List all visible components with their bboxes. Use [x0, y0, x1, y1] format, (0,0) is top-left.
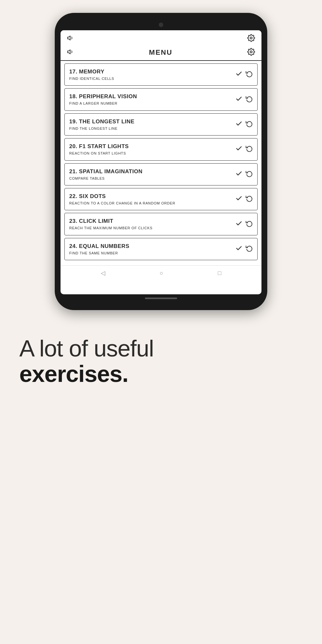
- bottom-text-line1: A lot of useful: [19, 336, 154, 361]
- app-header: MENU: [61, 46, 261, 61]
- check-icon-23: [235, 220, 242, 229]
- settings-header-icon[interactable]: [247, 48, 255, 57]
- menu-item-sub-22: REACTION TO A COLOR CHANGE IN A RANDOM O…: [69, 201, 232, 205]
- svg-marker-0: [68, 36, 70, 40]
- menu-item-actions-20: [235, 145, 253, 154]
- status-bar: [61, 30, 261, 46]
- menu-item-actions-17: [235, 70, 253, 79]
- check-icon-19: [235, 120, 242, 129]
- menu-item-23[interactable]: 23. CLICK LIMIT REACH THE MAXIMUM NUMBER…: [64, 213, 258, 235]
- menu-item-text-23: 23. CLICK LIMIT REACH THE MAXIMUM NUMBER…: [69, 218, 232, 230]
- settings-icon[interactable]: [247, 34, 255, 43]
- menu-item-sub-19: FIND THE LONGEST LINE: [69, 126, 232, 131]
- menu-item-24[interactable]: 24. EQUAL NUMBERS FIND THE SAME NUMBER: [64, 238, 258, 260]
- menu-item-title-18: 18. PERIPHERAL VISION: [69, 93, 232, 100]
- menu-item-text-22: 22. SIX DOTS REACTION TO A COLOR CHANGE …: [69, 193, 232, 205]
- phone-shell: MENU 17. MEMORY FIND IDENTICAL CELLS: [55, 13, 267, 310]
- menu-item-sub-24: FIND THE SAME NUMBER: [69, 251, 232, 255]
- svg-point-3: [250, 51, 252, 53]
- menu-item-title-19: 19. THE LONGEST LINE: [69, 118, 232, 125]
- svg-marker-2: [68, 50, 70, 54]
- menu-item-sub-17: FIND IDENTICAL CELLS: [69, 76, 232, 81]
- menu-item-actions-24: [235, 245, 253, 253]
- phone-home-bar: [145, 298, 177, 299]
- history-icon-18: [246, 95, 253, 104]
- phone-screen: MENU 17. MEMORY FIND IDENTICAL CELLS: [61, 30, 261, 294]
- check-icon-24: [235, 245, 242, 253]
- check-icon-21: [235, 170, 242, 179]
- menu-item-title-17: 17. MEMORY: [69, 68, 232, 75]
- check-icon-20: [235, 145, 242, 154]
- history-icon-19: [246, 120, 253, 129]
- menu-item-sub-18: FIND A LARGER NUMBER: [69, 101, 232, 106]
- history-icon-21: [246, 170, 253, 179]
- menu-item-text-19: 19. THE LONGEST LINE FIND THE LONGEST LI…: [69, 118, 232, 131]
- menu-item-text-17: 17. MEMORY FIND IDENTICAL CELLS: [69, 68, 232, 81]
- menu-item-title-24: 24. EQUAL NUMBERS: [69, 243, 232, 250]
- bottom-text-line2: exercises.: [19, 361, 128, 387]
- volume-header-icon[interactable]: [67, 48, 74, 57]
- menu-item-title-22: 22. SIX DOTS: [69, 193, 232, 200]
- history-icon-17: [246, 70, 253, 79]
- menu-item-sub-21: COMPARE TABLES: [69, 176, 232, 181]
- bottom-nav: ◁ ○ □: [61, 265, 261, 280]
- history-icon-24: [246, 245, 253, 253]
- menu-item-text-21: 21. SPATIAL IMAGINATION COMPARE TABLES: [69, 168, 232, 181]
- menu-item-title-20: 20. F1 START LIGHTS: [69, 143, 232, 150]
- menu-item-title-21: 21. SPATIAL IMAGINATION: [69, 168, 232, 175]
- menu-item-text-18: 18. PERIPHERAL VISION FIND A LARGER NUMB…: [69, 93, 232, 106]
- phone-wrapper: MENU 17. MEMORY FIND IDENTICAL CELLS: [39, 13, 283, 310]
- nav-recent-icon[interactable]: □: [218, 270, 221, 277]
- menu-item-title-23: 23. CLICK LIMIT: [69, 218, 232, 225]
- menu-item-17[interactable]: 17. MEMORY FIND IDENTICAL CELLS: [64, 63, 258, 86]
- menu-item-22[interactable]: 22. SIX DOTS REACTION TO A COLOR CHANGE …: [64, 188, 258, 210]
- phone-top-bar: [61, 23, 261, 27]
- menu-item-actions-22: [235, 195, 253, 204]
- check-icon-22: [235, 195, 242, 204]
- history-icon-20: [246, 145, 253, 154]
- menu-item-actions-19: [235, 120, 253, 129]
- menu-item-sub-23: REACH THE MAXIMUM NUMBER OF CLICKS: [69, 226, 232, 230]
- history-icon-22: [246, 195, 253, 204]
- menu-list: 17. MEMORY FIND IDENTICAL CELLS 18. PERI…: [61, 61, 261, 265]
- check-icon-17: [235, 70, 242, 79]
- menu-item-actions-18: [235, 95, 253, 104]
- menu-item-18[interactable]: 18. PERIPHERAL VISION FIND A LARGER NUMB…: [64, 88, 258, 110]
- front-camera: [159, 23, 163, 27]
- history-icon-23: [246, 220, 253, 229]
- menu-item-20[interactable]: 20. F1 START LIGHTS REACTION ON START LI…: [64, 138, 258, 160]
- nav-home-icon[interactable]: ○: [160, 270, 163, 277]
- menu-item-sub-20: REACTION ON START LIGHTS: [69, 151, 232, 156]
- menu-item-19[interactable]: 19. THE LONGEST LINE FIND THE LONGEST LI…: [64, 113, 258, 136]
- volume-icon: [67, 34, 74, 43]
- menu-item-text-20: 20. F1 START LIGHTS REACTION ON START LI…: [69, 143, 232, 156]
- menu-item-21[interactable]: 21. SPATIAL IMAGINATION COMPARE TABLES: [64, 163, 258, 185]
- nav-back-icon[interactable]: ◁: [101, 270, 105, 277]
- check-icon-18: [235, 95, 242, 104]
- menu-item-text-24: 24. EQUAL NUMBERS FIND THE SAME NUMBER: [69, 243, 232, 255]
- menu-item-actions-21: [235, 170, 253, 179]
- header-title: MENU: [149, 48, 173, 57]
- svg-point-1: [250, 37, 252, 39]
- bottom-text-section: A lot of useful exercises.: [0, 310, 322, 412]
- menu-item-actions-23: [235, 220, 253, 229]
